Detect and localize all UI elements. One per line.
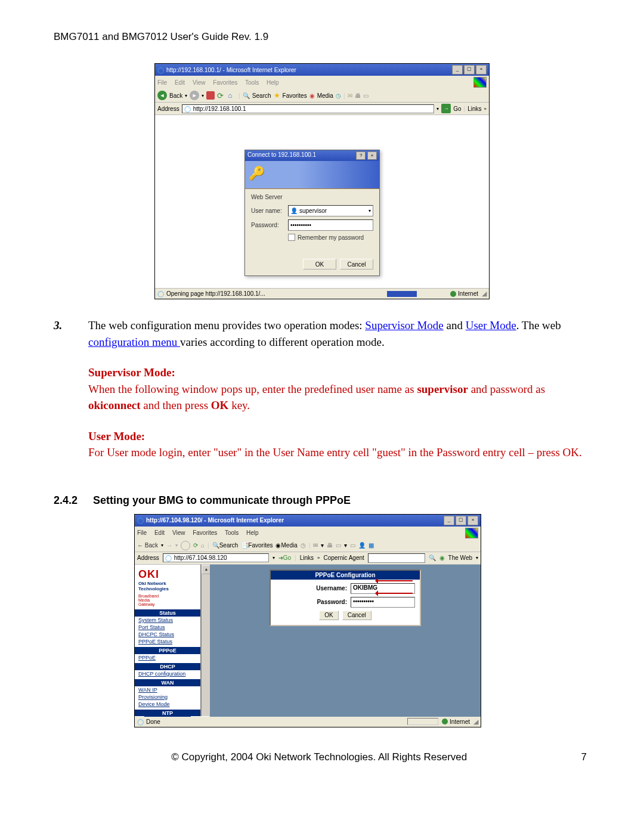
auth-username-input[interactable]: 👤 supervisor ▾ <box>288 205 373 216</box>
windows-logo-icon <box>465 528 478 538</box>
discuss-icon[interactable]: ▭ <box>350 542 355 549</box>
auth-password-input[interactable]: •••••••••• <box>288 219 373 231</box>
pppoe-password-input[interactable]: •••••••••• <box>351 597 415 608</box>
copernic-search-icon[interactable]: 🔍 <box>429 555 436 561</box>
auth-dialog-titlebar: Connect to 192.168.100.1 ? × <box>245 150 379 161</box>
page-number: 7 <box>581 751 587 763</box>
theweb-icon[interactable]: ◉ <box>439 555 445 561</box>
remember-checkbox[interactable] <box>288 234 295 241</box>
menu-tools[interactable]: Tools <box>245 79 259 86</box>
nav-provisioning[interactable]: Provisioning <box>135 693 200 701</box>
print-icon[interactable]: 🖶 <box>355 92 361 99</box>
nav-device-mode[interactable]: Device Mode <box>135 701 200 708</box>
page-header: BMG7011 and BMG7012 User's Guide Rev. 1.… <box>54 31 590 43</box>
links-expand-icon[interactable]: » <box>484 106 487 112</box>
para-1a: The web configuration menu provides two … <box>88 319 365 332</box>
sidebar-scrollbar-vertical[interactable]: ▲ <box>201 565 210 717</box>
print-icon[interactable]: 🖶 <box>327 542 333 549</box>
address-input[interactable]: ◯ http://67.104.98.120 <box>163 553 269 562</box>
close-button[interactable]: × <box>476 65 487 75</box>
resize-grip-icon[interactable]: ◢ <box>482 290 487 298</box>
auth-server-label: Web Server <box>251 194 373 200</box>
link-user-mode[interactable]: User Mode <box>466 319 516 332</box>
minimize-button[interactable]: _ <box>444 516 454 525</box>
auth-help-button[interactable]: ? <box>356 151 366 160</box>
menu-favorites[interactable]: Favorites <box>213 79 237 86</box>
back-button[interactable]: ← Back <box>137 542 158 549</box>
menu-tools[interactable]: Tools <box>225 529 239 536</box>
history-icon[interactable]: ◷ <box>301 542 306 549</box>
go-button[interactable]: ➜Go <box>278 555 291 561</box>
close-button[interactable]: × <box>467 516 478 525</box>
stop-button[interactable] <box>206 91 215 100</box>
copernic-input[interactable] <box>368 553 425 563</box>
nav-wan-ip[interactable]: WAN IP <box>135 686 200 693</box>
username-dropdown-icon[interactable]: ▾ <box>369 208 371 213</box>
search-button[interactable]: 🔍Search <box>212 542 239 549</box>
menu-help[interactable]: Help <box>267 79 279 86</box>
edit-icon[interactable]: ▭ <box>336 542 341 549</box>
favorites-button[interactable]: 📑Favorites <box>241 542 273 549</box>
nav-section-dhcp: DHCP <box>135 663 200 670</box>
theweb-dropdown-icon[interactable]: ▾ <box>476 555 478 561</box>
pppoe-ok-button[interactable]: OK <box>319 611 338 620</box>
forward-dropdown-icon[interactable]: ▾ <box>175 543 178 548</box>
realplayer-icon[interactable]: ▦ <box>369 542 374 549</box>
address-input[interactable]: ◯ http://192.168.100.1 <box>182 104 435 113</box>
go-button[interactable]: → <box>441 104 451 113</box>
back-dropdown-icon[interactable]: ▾ <box>161 543 163 548</box>
back-dropdown-icon[interactable]: ▾ <box>185 93 187 98</box>
edit-icon[interactable]: ▭ <box>363 92 369 99</box>
back-button[interactable]: ◄ <box>157 91 167 100</box>
media-icon[interactable]: ◉ <box>309 92 315 99</box>
menu-file[interactable]: File <box>137 529 147 536</box>
maximize-button[interactable]: ▢ <box>456 516 466 525</box>
menu-view[interactable]: View <box>193 79 206 86</box>
menu-help[interactable]: Help <box>246 529 259 536</box>
stop-button[interactable] <box>181 541 190 550</box>
resize-grip-icon[interactable]: ◢ <box>473 718 478 726</box>
favorites-icon[interactable]: ★ <box>274 91 280 100</box>
link-supervisor-mode[interactable]: Supervisor Mode <box>365 319 443 332</box>
forward-dropdown-icon[interactable]: ▾ <box>202 93 204 98</box>
nav-pppoe[interactable]: PPPoE <box>135 654 200 661</box>
home-button[interactable]: ⌂ <box>201 542 205 549</box>
media-button[interactable]: ◉Media <box>275 542 297 549</box>
nav-system-status[interactable]: System Status <box>135 617 200 624</box>
auth-cancel-button[interactable]: Cancel <box>340 259 373 270</box>
history-icon[interactable]: ◷ <box>336 92 341 99</box>
menu-edit[interactable]: Edit <box>154 529 165 536</box>
maximize-button[interactable]: ▢ <box>464 65 475 75</box>
messenger-icon[interactable]: 👤 <box>358 542 366 549</box>
auth-close-button[interactable]: × <box>367 151 377 160</box>
minimize-button[interactable]: _ <box>452 65 463 75</box>
nav-dhcpc-status[interactable]: DHCPC Status <box>135 631 200 638</box>
refresh-button[interactable]: ⟳ <box>217 91 225 100</box>
nav-port-status[interactable]: Port Status <box>135 624 200 631</box>
forward-button[interactable]: → <box>166 542 172 549</box>
nav-dhcp-config[interactable]: DHCP configuration <box>135 670 200 677</box>
copernic-label[interactable]: Copernic Agent <box>323 555 364 561</box>
sup-text-2: and password as <box>468 383 545 395</box>
annotation-arrow-password <box>377 593 413 594</box>
pppoe-cancel-button[interactable]: Cancel <box>342 611 371 620</box>
menu-view[interactable]: View <box>172 529 185 536</box>
menu-file[interactable]: File <box>157 79 167 86</box>
links-expand-icon[interactable]: » <box>317 555 320 561</box>
refresh-button[interactable]: ⟳ <box>193 542 198 549</box>
auth-ok-button[interactable]: OK <box>303 259 336 270</box>
link-config-menu[interactable]: configuration menu <box>88 336 180 348</box>
address-dropdown-icon[interactable]: ▾ <box>273 555 275 561</box>
menu-favorites[interactable]: Favorites <box>193 529 217 536</box>
mail-icon[interactable]: ✉ <box>348 92 352 99</box>
nav-pppoe-status[interactable]: PPPoE Status <box>135 638 200 645</box>
links-label[interactable]: Links <box>467 106 481 112</box>
search-icon[interactable]: 🔍 <box>243 92 250 99</box>
home-button[interactable]: ⌂ <box>228 91 236 100</box>
links-label[interactable]: Links <box>300 555 314 561</box>
forward-button[interactable]: ► <box>190 91 199 100</box>
mail-icon[interactable]: ✉ <box>313 542 318 549</box>
menu-edit[interactable]: Edit <box>175 79 185 86</box>
page-loading-icon: ◯ <box>157 290 164 297</box>
address-dropdown-icon[interactable]: ▾ <box>436 106 439 112</box>
